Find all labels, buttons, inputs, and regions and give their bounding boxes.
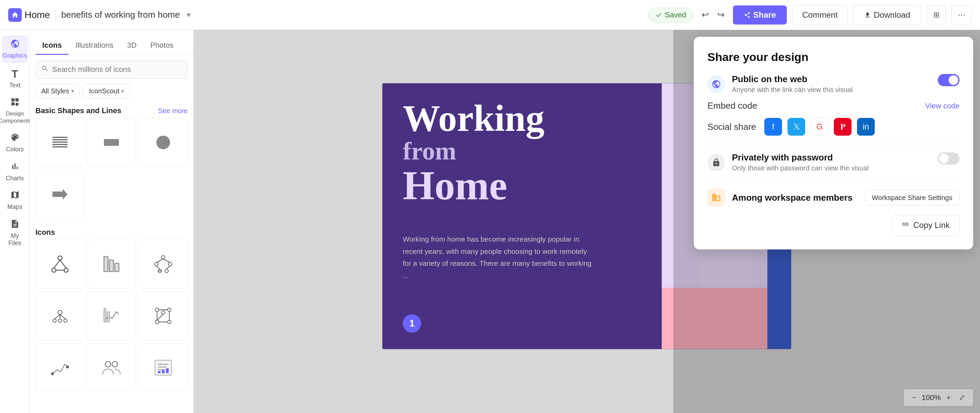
public-web-title: Public on the web — [732, 74, 931, 84]
social-share-row: Social share f 𝕏 G 𝐏 in — [707, 118, 959, 136]
search-input[interactable] — [52, 65, 182, 74]
sidebar-item-design-components[interactable]: DesignComponents — [2, 94, 28, 128]
link-icon — [902, 221, 909, 230]
doc-title[interactable]: benefits of working from home — [61, 10, 180, 20]
svg-line-25 — [167, 266, 170, 269]
tab-illustrations[interactable]: Illustrations — [68, 37, 120, 55]
left-sidebar: Graphics T Text DesignComponents Colors … — [0, 30, 30, 413]
social-share-label: Social share — [707, 122, 756, 132]
iconscout-filter[interactable]: IconScout ▾ — [83, 84, 130, 98]
workspace-title: Among workspace members — [732, 192, 858, 203]
svg-point-29 — [64, 319, 67, 322]
linkedin-share-button[interactable]: in — [857, 118, 875, 136]
all-styles-filter[interactable]: All Styles ▾ — [35, 84, 80, 98]
tab-icons[interactable]: Icons — [35, 37, 68, 55]
google-share-button[interactable]: G — [811, 118, 828, 136]
list-icon[interactable] — [35, 118, 84, 167]
password-content: Privately with password Only those with … — [732, 152, 931, 172]
svg-point-48 — [105, 362, 111, 367]
rectangle-icon[interactable] — [87, 118, 136, 167]
canvas-title-line1: Working — [403, 100, 641, 137]
password-toggle[interactable] — [938, 152, 959, 165]
icon-list-chart[interactable] — [139, 343, 188, 392]
more-options-button[interactable]: ⋯ — [951, 5, 972, 25]
icon-chart-line[interactable] — [87, 291, 136, 340]
svg-point-47 — [67, 366, 68, 368]
view-code-button[interactable]: View code — [925, 102, 959, 110]
sidebar-item-charts[interactable]: Charts — [2, 158, 28, 186]
svg-line-23 — [163, 259, 170, 262]
workspace-row: Among workspace members Workspace Share … — [707, 189, 959, 206]
redo-button[interactable]: ↪ — [714, 7, 727, 23]
canvas-title-line2: from — [403, 137, 641, 165]
comment-button[interactable]: Comment — [792, 5, 848, 25]
password-sub: Only those with password can view the vi… — [732, 164, 931, 172]
sidebar-item-colors[interactable]: Colors — [2, 129, 28, 157]
public-web-toggle[interactable] — [938, 74, 959, 86]
circle-icon[interactable] — [139, 118, 188, 167]
facebook-share-button[interactable]: f — [764, 118, 782, 136]
chevron-down-icon: ▾ — [187, 11, 191, 19]
panel-filters: All Styles ▾ IconScout ▾ — [30, 84, 193, 102]
graphics-icon — [10, 39, 20, 51]
icons-section-header: Icons — [35, 224, 188, 240]
sidebar-item-graphics[interactable]: Graphics — [2, 35, 28, 63]
icon-people[interactable] — [87, 343, 136, 392]
icon-network2[interactable] — [35, 291, 84, 340]
undo-button[interactable]: ↩ — [699, 7, 712, 23]
icon-nodes2[interactable] — [139, 291, 188, 340]
svg-line-45 — [157, 314, 163, 320]
canvas-area: Working from Home Working from home has … — [194, 30, 980, 413]
sidebar-item-text[interactable]: T Text — [2, 64, 28, 93]
see-more-link[interactable]: See more — [158, 107, 188, 115]
topbar: Home benefits of working from home ▾ Sav… — [0, 0, 980, 30]
workspace-settings-button[interactable]: Workspace Share Settings — [865, 190, 959, 205]
sidebar-item-my-files[interactable]: MyFiles — [2, 216, 28, 251]
svg-point-9 — [52, 268, 56, 272]
svg-point-38 — [168, 308, 171, 311]
home-icon — [8, 8, 22, 22]
canvas-title-line3: Home — [403, 165, 641, 206]
download-button[interactable]: Download — [853, 5, 921, 25]
embed-label: Embed code — [707, 100, 757, 111]
arrow-icon[interactable] — [35, 170, 84, 219]
svg-marker-7 — [52, 189, 67, 200]
public-web-content: Public on the web Anyone with the link c… — [732, 74, 931, 94]
svg-line-22 — [156, 259, 163, 262]
icon-trend[interactable] — [35, 343, 84, 392]
svg-rect-34 — [104, 308, 106, 322]
icon-chart-bar[interactable] — [87, 240, 136, 289]
svg-line-11 — [54, 260, 60, 268]
design-components-label: DesignComponents — [0, 110, 31, 124]
chevron-down-icon: ▾ — [121, 88, 124, 94]
basic-shapes-grid — [35, 118, 188, 218]
text-icon: T — [11, 68, 18, 80]
svg-rect-5 — [104, 139, 119, 146]
saved-badge: Saved — [648, 8, 693, 22]
svg-point-49 — [112, 362, 118, 367]
svg-line-31 — [54, 315, 60, 319]
embed-row: Embed code View code — [707, 100, 959, 111]
basic-shapes-header: Basic Shapes and Lines See more — [35, 102, 188, 118]
twitter-share-button[interactable]: 𝕏 — [788, 118, 805, 136]
colors-icon — [10, 133, 20, 145]
view-button[interactable]: ⊞ — [927, 5, 946, 25]
password-row: Privately with password Only those with … — [707, 152, 959, 172]
tab-photos[interactable]: Photos — [143, 37, 181, 55]
public-web-section: Public on the web Anyone with the link c… — [707, 74, 959, 144]
icon-nodes1[interactable] — [139, 240, 188, 289]
icon-network1[interactable] — [35, 240, 84, 289]
share-button[interactable]: Share — [733, 5, 787, 25]
panel-tabs: Icons Illustrations 3D Photos — [30, 30, 193, 55]
copy-link-button[interactable]: Copy Link — [892, 215, 959, 236]
charts-icon — [10, 162, 20, 173]
canvas-left: Working from Home Working from home has … — [382, 83, 662, 349]
svg-point-10 — [64, 268, 68, 272]
tab-3d[interactable]: 3D — [120, 37, 143, 55]
saved-label: Saved — [665, 11, 686, 19]
pinterest-share-button[interactable]: 𝐏 — [834, 118, 851, 136]
home-button[interactable]: Home — [8, 8, 50, 22]
graphics-label: Graphics — [2, 52, 27, 60]
sidebar-item-maps[interactable]: Maps — [2, 187, 28, 214]
svg-point-27 — [58, 310, 62, 315]
